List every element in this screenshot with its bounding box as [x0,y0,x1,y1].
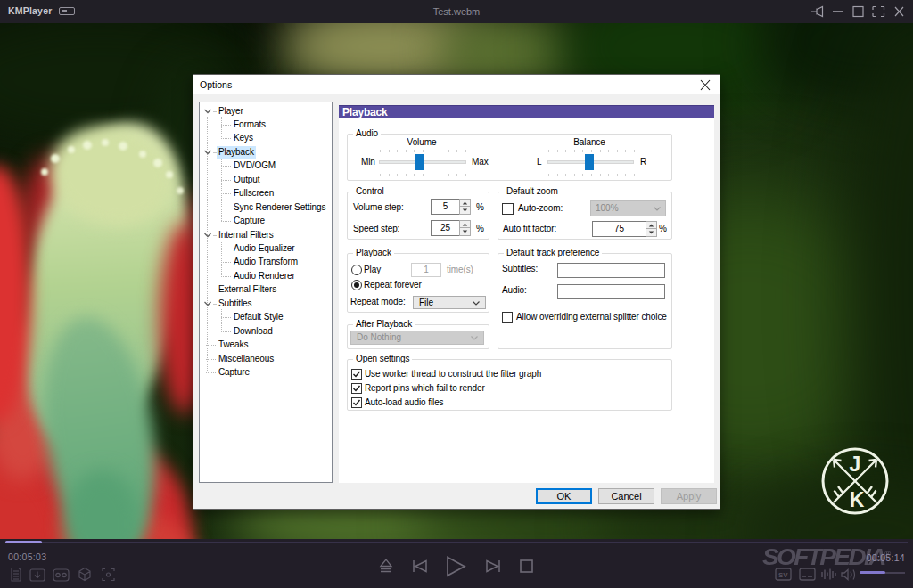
svg-text:K: K [850,488,865,511]
svg-text:SV: SV [778,571,788,579]
svg-text:J: J [850,453,861,476]
